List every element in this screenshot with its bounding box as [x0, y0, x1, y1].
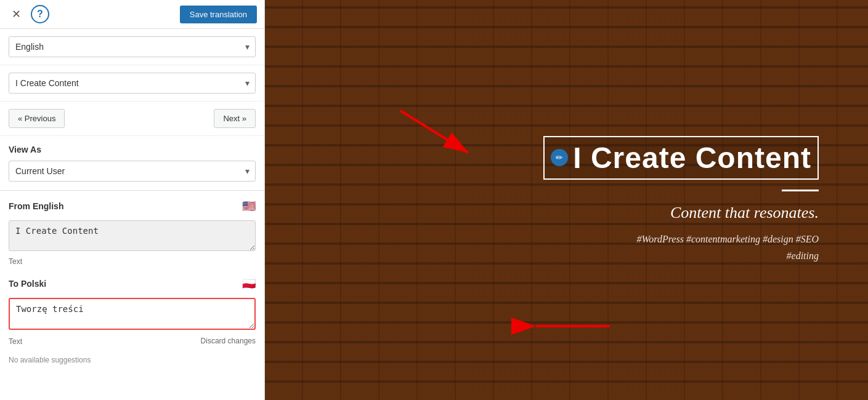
from-flag: 🇺🇸: [242, 199, 256, 213]
target-type-label: Text: [9, 337, 22, 346]
discard-changes-link[interactable]: Discard changes: [201, 337, 256, 345]
to-header: To Polski 🇵🇱: [9, 277, 256, 290]
tagline-text: Content that resonates.: [670, 204, 819, 222]
to-label: To Polski: [9, 279, 46, 289]
content-section: I Create Content: [0, 65, 264, 102]
to-flag: 🇵🇱: [242, 277, 256, 290]
view-as-section: View As Current User: [0, 136, 264, 191]
content-select[interactable]: I Create Content: [9, 73, 256, 94]
save-translation-button[interactable]: Save translation: [180, 6, 257, 23]
previous-button[interactable]: « Previous: [9, 109, 65, 128]
view-as-select-wrapper: Current User: [9, 161, 256, 182]
language-select[interactable]: English: [9, 36, 256, 57]
close-button[interactable]: ✕: [7, 6, 25, 23]
help-button[interactable]: ?: [31, 5, 49, 23]
source-type-label: Text: [9, 257, 256, 266]
hashtags-text: #WordPress #contentmarketing #design #SE…: [636, 231, 819, 264]
from-header: From English 🇺🇸: [9, 199, 256, 213]
view-as-select[interactable]: Current User: [9, 161, 256, 182]
edit-pencil-icon: ✏: [551, 149, 568, 166]
right-panel: ✏ I Create Content Content that resonate…: [265, 0, 868, 400]
help-icon: ?: [37, 9, 43, 20]
nav-buttons-row: « Previous Next »: [0, 102, 264, 136]
suggestions-text: No available suggestions: [9, 356, 256, 364]
source-textarea[interactable]: [9, 220, 256, 251]
target-textarea[interactable]: [9, 298, 256, 330]
view-as-label: View As: [9, 145, 256, 154]
left-panel: ✕ ? Save translation English I Create Co…: [0, 0, 265, 400]
language-section: English: [0, 29, 264, 65]
translation-section: From English 🇺🇸 Text To Polski 🇵🇱 Text D…: [0, 191, 264, 373]
next-button[interactable]: Next »: [214, 109, 256, 128]
content-select-wrapper: I Create Content: [9, 73, 256, 94]
divider-line: [782, 190, 819, 191]
headline-box: ✏ I Create Content: [543, 136, 819, 180]
right-content: ✏ I Create Content Content that resonate…: [265, 0, 868, 400]
language-select-wrapper: English: [9, 36, 256, 57]
from-label: From English: [9, 201, 63, 211]
top-bar: ✕ ? Save translation: [0, 0, 264, 29]
target-footer: Text Discard changes: [9, 336, 256, 346]
headline-text: I Create Content: [573, 141, 811, 175]
